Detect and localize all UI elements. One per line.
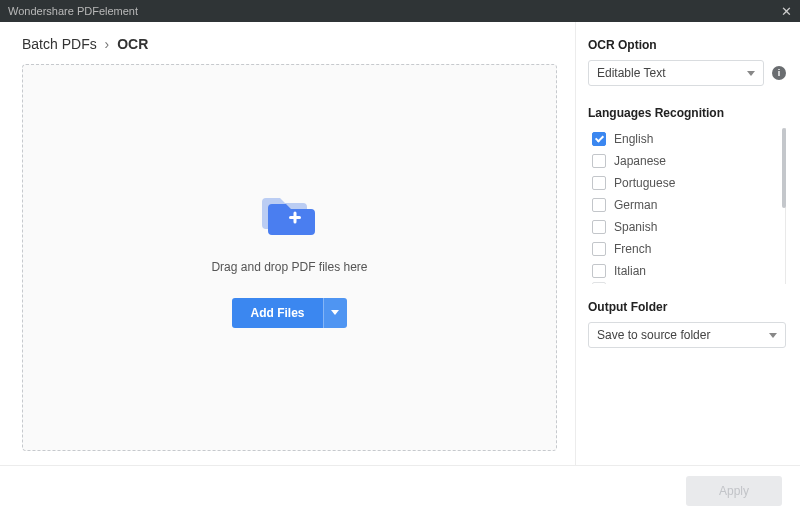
language-label: Portuguese <box>614 176 675 190</box>
scrollbar-thumb[interactable] <box>782 128 786 208</box>
breadcrumb: Batch PDFs › OCR <box>22 36 557 52</box>
language-item-japanese[interactable]: Japanese <box>588 150 786 172</box>
ocr-option-value: Editable Text <box>597 66 666 80</box>
language-item-french[interactable]: French <box>588 238 786 260</box>
left-pane: Batch PDFs › OCR Drag and drop PDF files… <box>0 22 576 465</box>
output-folder-value: Save to source folder <box>597 328 710 342</box>
ocr-option-label: OCR Option <box>588 38 786 52</box>
language-label: French <box>614 242 651 256</box>
checkbox-german[interactable] <box>592 198 606 212</box>
right-pane: OCR Option Editable Text i Languages Rec… <box>576 22 800 465</box>
checkbox-japanese[interactable] <box>592 154 606 168</box>
breadcrumb-current: OCR <box>117 36 148 52</box>
checkbox-english[interactable] <box>592 132 606 146</box>
window-title: Wondershare PDFelement <box>8 5 138 17</box>
language-item-spanish[interactable]: Spanish <box>588 216 786 238</box>
chevron-down-icon <box>331 310 339 315</box>
language-label: Japanese <box>614 154 666 168</box>
titlebar: Wondershare PDFelement ✕ <box>0 0 800 22</box>
add-files-dropdown-button[interactable] <box>323 298 347 328</box>
checkbox-portuguese[interactable] <box>592 176 606 190</box>
checkbox-french[interactable] <box>592 242 606 256</box>
language-label: Chinese Traditional <box>614 282 717 284</box>
add-files-group: Add Files <box>232 298 346 328</box>
languages-label: Languages Recognition <box>588 106 786 120</box>
content-area: Batch PDFs › OCR Drag and drop PDF files… <box>0 22 800 465</box>
checkbox-spanish[interactable] <box>592 220 606 234</box>
apply-button[interactable]: Apply <box>686 476 782 506</box>
close-icon[interactable]: ✕ <box>781 5 792 18</box>
output-folder-select[interactable]: Save to source folder <box>588 322 786 348</box>
language-label: Italian <box>614 264 646 278</box>
chevron-down-icon <box>769 333 777 338</box>
language-item-english[interactable]: English <box>588 128 786 150</box>
language-label: English <box>614 132 653 146</box>
svg-rect-1 <box>293 211 296 223</box>
checkbox-chinese-traditional[interactable] <box>592 282 606 284</box>
file-dropzone[interactable]: Drag and drop PDF files here Add Files <box>22 64 557 451</box>
dropzone-hint: Drag and drop PDF files here <box>211 260 367 274</box>
language-item-chinese-traditional[interactable]: Chinese Traditional <box>588 282 786 284</box>
language-label: Spanish <box>614 220 657 234</box>
footer: Apply <box>0 465 800 516</box>
chevron-right-icon: › <box>105 36 110 52</box>
breadcrumb-parent[interactable]: Batch PDFs <box>22 36 97 52</box>
add-files-button[interactable]: Add Files <box>232 298 322 328</box>
language-label: German <box>614 198 657 212</box>
languages-scrollbar[interactable] <box>780 128 786 284</box>
ocr-option-select[interactable]: Editable Text <box>588 60 764 86</box>
add-folder-icon <box>260 188 320 238</box>
output-folder-label: Output Folder <box>588 300 786 314</box>
info-icon[interactable]: i <box>772 66 786 80</box>
languages-list: English Japanese Portuguese German Spani… <box>588 128 786 284</box>
language-item-portuguese[interactable]: Portuguese <box>588 172 786 194</box>
language-item-german[interactable]: German <box>588 194 786 216</box>
checkbox-italian[interactable] <box>592 264 606 278</box>
language-item-italian[interactable]: Italian <box>588 260 786 282</box>
chevron-down-icon <box>747 71 755 76</box>
